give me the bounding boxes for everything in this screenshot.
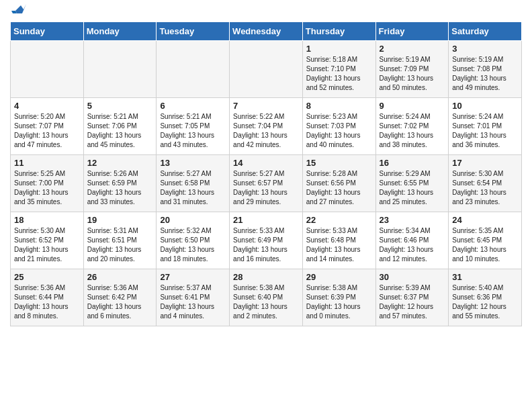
day-number: 26 — [87, 272, 153, 282]
calendar-cell: 19Sunrise: 5:31 AM Sunset: 6:51 PM Dayli… — [83, 212, 157, 269]
day-detail: Sunrise: 5:36 AM Sunset: 6:44 PM Dayligh… — [14, 283, 80, 321]
day-detail: Sunrise: 5:24 AM Sunset: 7:01 PM Dayligh… — [452, 112, 518, 150]
day-detail: Sunrise: 5:33 AM Sunset: 6:48 PM Dayligh… — [306, 226, 372, 264]
day-number: 2 — [380, 44, 445, 54]
day-number: 20 — [160, 215, 226, 225]
day-detail: Sunrise: 5:31 AM Sunset: 6:51 PM Dayligh… — [87, 226, 153, 264]
weekday-header-monday: Monday — [83, 22, 157, 41]
day-number: 8 — [306, 101, 372, 111]
day-detail: Sunrise: 5:38 AM Sunset: 6:40 PM Dayligh… — [233, 283, 299, 321]
calendar-cell: 3Sunrise: 5:19 AM Sunset: 7:08 PM Daylig… — [449, 41, 522, 98]
day-detail: Sunrise: 5:39 AM Sunset: 6:37 PM Dayligh… — [380, 283, 445, 321]
day-number: 30 — [380, 272, 445, 282]
day-number: 10 — [452, 101, 518, 111]
day-detail: Sunrise: 5:21 AM Sunset: 7:06 PM Dayligh… — [87, 112, 153, 150]
weekday-header-friday: Friday — [375, 22, 449, 41]
day-detail: Sunrise: 5:28 AM Sunset: 6:56 PM Dayligh… — [306, 169, 372, 207]
day-number: 4 — [14, 101, 80, 111]
day-detail: Sunrise: 5:36 AM Sunset: 6:42 PM Dayligh… — [87, 283, 153, 321]
weekday-header-sunday: Sunday — [11, 22, 84, 41]
calendar-cell: 20Sunrise: 5:32 AM Sunset: 6:50 PM Dayli… — [157, 212, 230, 269]
calendar-cell: 18Sunrise: 5:30 AM Sunset: 6:52 PM Dayli… — [11, 212, 84, 269]
calendar-week-row: 18Sunrise: 5:30 AM Sunset: 6:52 PM Dayli… — [11, 212, 522, 269]
day-detail: Sunrise: 5:40 AM Sunset: 6:36 PM Dayligh… — [452, 283, 518, 321]
day-detail: Sunrise: 5:30 AM Sunset: 6:52 PM Dayligh… — [14, 226, 80, 264]
calendar-week-row: 4Sunrise: 5:20 AM Sunset: 7:07 PM Daylig… — [11, 98, 522, 155]
day-number: 13 — [160, 158, 226, 168]
day-detail: Sunrise: 5:30 AM Sunset: 6:54 PM Dayligh… — [452, 169, 518, 207]
calendar-cell: 8Sunrise: 5:23 AM Sunset: 7:03 PM Daylig… — [302, 98, 375, 155]
day-number: 17 — [452, 158, 518, 168]
weekday-header-saturday: Saturday — [449, 22, 522, 41]
calendar-cell: 14Sunrise: 5:27 AM Sunset: 6:57 PM Dayli… — [230, 155, 303, 212]
day-number: 27 — [160, 272, 226, 282]
day-detail: Sunrise: 5:20 AM Sunset: 7:07 PM Dayligh… — [14, 112, 80, 150]
day-number: 24 — [452, 215, 518, 225]
day-number: 28 — [233, 272, 299, 282]
day-number: 16 — [380, 158, 445, 168]
calendar-cell: 15Sunrise: 5:28 AM Sunset: 6:56 PM Dayli… — [302, 155, 375, 212]
day-number: 6 — [160, 101, 226, 111]
day-detail: Sunrise: 5:26 AM Sunset: 6:59 PM Dayligh… — [87, 169, 153, 207]
day-number: 12 — [87, 158, 153, 168]
day-number: 21 — [233, 215, 299, 225]
logo-bird-icon — [11, 4, 26, 16]
day-detail: Sunrise: 5:38 AM Sunset: 6:39 PM Dayligh… — [306, 283, 372, 321]
calendar-week-row: 1Sunrise: 5:18 AM Sunset: 7:10 PM Daylig… — [11, 41, 522, 98]
calendar-cell: 1Sunrise: 5:18 AM Sunset: 7:10 PM Daylig… — [302, 41, 375, 98]
calendar-cell: 31Sunrise: 5:40 AM Sunset: 6:36 PM Dayli… — [449, 269, 522, 326]
calendar-cell: 22Sunrise: 5:33 AM Sunset: 6:48 PM Dayli… — [302, 212, 375, 269]
calendar-cell — [11, 41, 84, 98]
calendar-cell: 28Sunrise: 5:38 AM Sunset: 6:40 PM Dayli… — [230, 269, 303, 326]
weekday-header-thursday: Thursday — [302, 22, 375, 41]
calendar-cell: 26Sunrise: 5:36 AM Sunset: 6:42 PM Dayli… — [83, 269, 157, 326]
day-detail: Sunrise: 5:24 AM Sunset: 7:02 PM Dayligh… — [380, 112, 445, 150]
day-detail: Sunrise: 5:21 AM Sunset: 7:05 PM Dayligh… — [160, 112, 226, 150]
day-detail: Sunrise: 5:27 AM Sunset: 6:58 PM Dayligh… — [160, 169, 226, 207]
day-number: 25 — [14, 272, 80, 282]
calendar-cell: 21Sunrise: 5:33 AM Sunset: 6:49 PM Dayli… — [230, 212, 303, 269]
day-number: 14 — [233, 158, 299, 168]
day-number: 5 — [87, 101, 153, 111]
day-detail: Sunrise: 5:37 AM Sunset: 6:41 PM Dayligh… — [160, 283, 226, 321]
calendar-cell: 29Sunrise: 5:38 AM Sunset: 6:39 PM Dayli… — [302, 269, 375, 326]
calendar-cell: 16Sunrise: 5:29 AM Sunset: 6:55 PM Dayli… — [375, 155, 449, 212]
calendar-cell: 5Sunrise: 5:21 AM Sunset: 7:06 PM Daylig… — [83, 98, 157, 155]
day-detail: Sunrise: 5:29 AM Sunset: 6:55 PM Dayligh… — [380, 169, 445, 207]
weekday-header-wednesday: Wednesday — [230, 22, 303, 41]
day-number: 22 — [306, 215, 372, 225]
logo — [10, 7, 26, 16]
calendar-cell: 24Sunrise: 5:35 AM Sunset: 6:45 PM Dayli… — [449, 212, 522, 269]
day-detail: Sunrise: 5:32 AM Sunset: 6:50 PM Dayligh… — [160, 226, 226, 264]
day-number: 9 — [380, 101, 445, 111]
day-detail: Sunrise: 5:19 AM Sunset: 7:08 PM Dayligh… — [452, 55, 518, 93]
day-detail: Sunrise: 5:23 AM Sunset: 7:03 PM Dayligh… — [306, 112, 372, 150]
day-number: 15 — [306, 158, 372, 168]
calendar-cell — [83, 41, 157, 98]
calendar-cell: 13Sunrise: 5:27 AM Sunset: 6:58 PM Dayli… — [157, 155, 230, 212]
day-number: 19 — [87, 215, 153, 225]
calendar-cell — [157, 41, 230, 98]
calendar-cell: 23Sunrise: 5:34 AM Sunset: 6:46 PM Dayli… — [375, 212, 449, 269]
day-number: 23 — [380, 215, 445, 225]
calendar-cell: 4Sunrise: 5:20 AM Sunset: 7:07 PM Daylig… — [11, 98, 84, 155]
svg-marker-0 — [15, 4, 26, 13]
day-detail: Sunrise: 5:22 AM Sunset: 7:04 PM Dayligh… — [233, 112, 299, 150]
calendar-cell: 2Sunrise: 5:19 AM Sunset: 7:09 PM Daylig… — [375, 41, 449, 98]
weekday-header-tuesday: Tuesday — [157, 22, 230, 41]
calendar-week-row: 25Sunrise: 5:36 AM Sunset: 6:44 PM Dayli… — [11, 269, 522, 326]
day-number: 1 — [306, 44, 372, 54]
day-detail: Sunrise: 5:25 AM Sunset: 7:00 PM Dayligh… — [14, 169, 80, 207]
header — [10, 7, 522, 16]
day-number: 18 — [14, 215, 80, 225]
day-number: 31 — [452, 272, 518, 282]
calendar-cell: 10Sunrise: 5:24 AM Sunset: 7:01 PM Dayli… — [449, 98, 522, 155]
calendar-cell: 27Sunrise: 5:37 AM Sunset: 6:41 PM Dayli… — [157, 269, 230, 326]
day-detail: Sunrise: 5:18 AM Sunset: 7:10 PM Dayligh… — [306, 55, 372, 93]
calendar-table: SundayMondayTuesdayWednesdayThursdayFrid… — [10, 21, 522, 326]
day-detail: Sunrise: 5:33 AM Sunset: 6:49 PM Dayligh… — [233, 226, 299, 264]
day-number: 29 — [306, 272, 372, 282]
calendar-cell: 12Sunrise: 5:26 AM Sunset: 6:59 PM Dayli… — [83, 155, 157, 212]
calendar-cell: 9Sunrise: 5:24 AM Sunset: 7:02 PM Daylig… — [375, 98, 449, 155]
day-detail: Sunrise: 5:19 AM Sunset: 7:09 PM Dayligh… — [380, 55, 445, 93]
